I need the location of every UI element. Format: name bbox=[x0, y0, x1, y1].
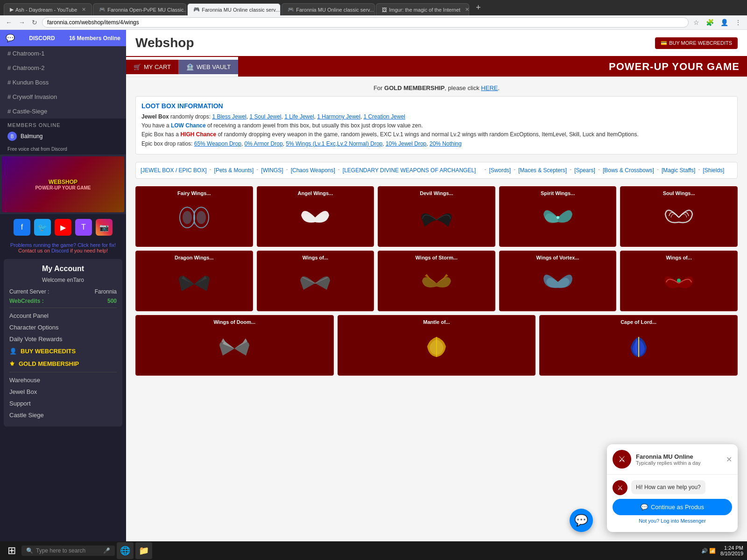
tab-faronnia2[interactable]: 🎮 Faronnia MU Online classic serv... ✕ bbox=[187, 3, 281, 15]
weapon-drop-link[interactable]: 65% Weapon Drop bbox=[194, 140, 241, 147]
warehouse-link[interactable]: Warehouse bbox=[9, 374, 117, 386]
character-options-link[interactable]: Character Options bbox=[9, 322, 117, 333]
wings-drop-link[interactable]: 5% Wings (Lv.1 Exc,Lv.2 Normal) Drop bbox=[286, 140, 382, 147]
tab-close-youtube[interactable]: ✕ bbox=[82, 7, 86, 13]
tab-close-imgur[interactable]: ✕ bbox=[465, 7, 469, 13]
chat-close-button[interactable]: ✕ bbox=[726, 455, 732, 464]
web-vault-button[interactable]: 🏦 WEB VAULT bbox=[179, 60, 238, 74]
jewel-drop-link[interactable]: 10% Jewel Drop bbox=[386, 140, 426, 147]
wing-card-fairy[interactable]: Fairy Wings... bbox=[135, 186, 253, 247]
tab-faronnia3[interactable]: 🎮 Faronnia MU Online classic serv... ✕ bbox=[282, 3, 375, 15]
soul-jewel-link[interactable]: 1 Soul Jewel bbox=[249, 113, 281, 120]
twitter-icon[interactable]: 🐦 bbox=[34, 219, 51, 236]
sidebar-channel-chatroom2[interactable]: # Chatroom-2 bbox=[0, 61, 126, 75]
discord-header[interactable]: 💬 DISCORD 16 Members Online bbox=[0, 30, 126, 46]
taskbar-search-box[interactable]: 🔍 Type here to search 🎤 bbox=[21, 546, 115, 556]
bless-jewel-link[interactable]: 1 Bless Jewel bbox=[212, 113, 246, 120]
chat-name: Faronnia MU Online bbox=[636, 453, 721, 460]
sidebar-channel-castle[interactable]: # Castle-Siege bbox=[0, 104, 126, 119]
chat-continue-button[interactable]: 💬 Continue as Produs bbox=[613, 499, 732, 515]
taskbar-app-chrome[interactable]: 🌐 bbox=[117, 542, 134, 559]
profile-button[interactable]: 👤 bbox=[719, 18, 730, 27]
sidebar-channel-crywolf[interactable]: # Crywolf Invasion bbox=[0, 90, 126, 104]
filter-bows[interactable]: [Bows & Crossbows] bbox=[602, 166, 655, 175]
discord-label: DISCORD bbox=[29, 35, 55, 42]
sidebar-channel-chatroom1[interactable]: # Chatroom-1 bbox=[0, 46, 126, 61]
filter-chaos[interactable]: [Chaos Weapons] bbox=[290, 166, 336, 175]
tab-youtube[interactable]: ▶ Ash - Daydream - YouTube ✕ bbox=[4, 3, 92, 15]
wing-card-wings3[interactable]: Wings of... bbox=[620, 251, 738, 311]
youtube-icon[interactable]: ▶ bbox=[55, 219, 71, 236]
instagram-icon[interactable]: 📷 bbox=[96, 219, 113, 236]
chat-not-you-link[interactable]: Not you? Log into Messenger bbox=[613, 515, 732, 526]
wing-card-mantle[interactable]: Mantle of... bbox=[338, 315, 536, 376]
discord-link[interactable]: Discord bbox=[51, 248, 69, 253]
wing-card-dragon[interactable]: Dragon Wings... bbox=[135, 251, 253, 311]
facebook-icon[interactable]: f bbox=[14, 219, 30, 236]
wing-card-devil[interactable]: Devil Wings... bbox=[378, 186, 495, 247]
wing-card-wings2[interactable]: Wings of... bbox=[257, 251, 374, 311]
gold-membership-button[interactable]: ⚜ GOLD MEMBERSHIP bbox=[9, 357, 117, 370]
tab-imgur[interactable]: 🖼 Imgur: the magic of the Internet ✕ bbox=[376, 3, 469, 15]
wing-card-doom[interactable]: Wings of Doom... bbox=[135, 315, 334, 376]
account-panel-link[interactable]: Account Panel bbox=[9, 310, 117, 322]
members-online-section: MEMBERS ONLINE B Balmung bbox=[0, 119, 126, 146]
twitch-icon[interactable]: T bbox=[75, 219, 92, 236]
here-link[interactable]: HERE bbox=[481, 84, 498, 91]
castle-siege-link[interactable]: Castle Siege bbox=[9, 409, 117, 421]
start-button[interactable]: ⊞ bbox=[4, 543, 20, 559]
daily-vote-link[interactable]: Daily Vote Rewards bbox=[9, 333, 117, 345]
loot-box-title[interactable]: LOOT BOX INFORMATION bbox=[141, 102, 732, 110]
wing-img-soul bbox=[660, 199, 698, 236]
buy-more-webcredits-button[interactable]: 💳 BUY MORE WEBCREDITS bbox=[655, 37, 738, 49]
nothing-link[interactable]: 20% Nothing bbox=[430, 140, 462, 147]
reload-button[interactable]: ↻ bbox=[30, 18, 39, 27]
creation-jewel-link[interactable]: 1 Creation Jewel bbox=[364, 113, 405, 120]
wing-card-vortex[interactable]: Wings of Vortex... bbox=[499, 251, 617, 311]
wing-card-soul[interactable]: Soul Wings... bbox=[620, 186, 738, 247]
filter-staffs[interactable]: [Magic Staffs] bbox=[661, 166, 696, 175]
filter-jewel-box[interactable]: [JEWEL BOX / EPIC BOX] bbox=[140, 166, 208, 175]
jewel-box-link[interactable]: Jewel Box bbox=[9, 386, 117, 398]
filter-legendary[interactable]: [LEGENDARY DIVINE WEAPONS OF ARCHANGEL] bbox=[342, 166, 477, 175]
extensions-button[interactable]: 🧩 bbox=[704, 18, 716, 27]
wing-card-angel[interactable]: Angel Wings... bbox=[257, 186, 374, 247]
chat-widget-header: ⚔ Faronnia MU Online Typically replies w… bbox=[607, 444, 738, 475]
loot-box-section: LOOT BOX INFORMATION Jewel Box randomly … bbox=[135, 96, 738, 154]
messenger-bubble[interactable]: 💬 bbox=[570, 509, 593, 532]
low-chance-label: LOW Chance bbox=[171, 122, 206, 129]
life-jewel-link[interactable]: 1 Life Jewel bbox=[284, 113, 314, 120]
support-link[interactable]: Support bbox=[9, 398, 117, 409]
filter-wings[interactable]: [WINGS] bbox=[260, 166, 284, 175]
tab-label-f3: Faronnia MU Online classic serv... bbox=[296, 7, 374, 13]
taskbar-app-folder[interactable]: 📁 bbox=[135, 542, 152, 559]
wing-card-storm[interactable]: Wings of Storm... bbox=[378, 251, 495, 311]
filter-maces[interactable]: [Maces & Scepters] bbox=[517, 166, 568, 175]
filter-shields[interactable]: [Shields] bbox=[702, 166, 725, 175]
tab-fav-youtube: ▶ bbox=[10, 7, 14, 13]
tab-label-f2: Faronnia MU Online classic serv... bbox=[202, 7, 280, 13]
menu-button[interactable]: ⋮ bbox=[733, 18, 743, 27]
filter-tabs: [JEWEL BOX / EPIC BOX] - [Pets & Mounts]… bbox=[135, 162, 738, 179]
wing-name-spirit: Spirit Wings... bbox=[503, 190, 613, 196]
harmony-jewel-link[interactable]: 1 Harmony Jewel bbox=[317, 113, 360, 120]
taskbar: ⊞ 🔍 Type here to search 🎤 🌐 📁 🔊 📶 1:24 P… bbox=[0, 541, 747, 560]
forward-button[interactable]: → bbox=[17, 18, 27, 27]
buy-webcredits-button[interactable]: 👤 BUY WEBCREDITS bbox=[9, 345, 117, 357]
my-cart-button[interactable]: 🛒 MY CART bbox=[126, 60, 179, 74]
wing-card-spirit[interactable]: Spirit Wings... bbox=[499, 186, 617, 247]
filter-pets[interactable]: [Pets & Mounts] bbox=[213, 166, 255, 175]
sidebar-channel-kundun[interactable]: # Kundun Boss bbox=[0, 75, 126, 90]
system-icons: 🔊 📶 bbox=[701, 548, 716, 554]
filter-swords[interactable]: [Swords] bbox=[488, 166, 512, 175]
armor-drop-link[interactable]: 0% Armor Drop bbox=[245, 140, 283, 147]
tab-fav-f3: 🎮 bbox=[288, 7, 294, 13]
filter-spears[interactable]: [Spears] bbox=[573, 166, 596, 175]
new-tab-button[interactable]: + bbox=[470, 0, 486, 15]
bookmark-button[interactable]: ☆ bbox=[691, 18, 701, 27]
wing-card-cape[interactable]: Cape of Lord... bbox=[539, 315, 738, 376]
tab-faronnia1[interactable]: 🎮 Faronnia Open-PvPE MU Classic... ✕ bbox=[93, 3, 186, 15]
problem-text-label[interactable]: Problems running the game? Click here fo… bbox=[10, 242, 116, 248]
address-bar[interactable] bbox=[42, 17, 689, 28]
back-button[interactable]: ← bbox=[4, 18, 14, 27]
